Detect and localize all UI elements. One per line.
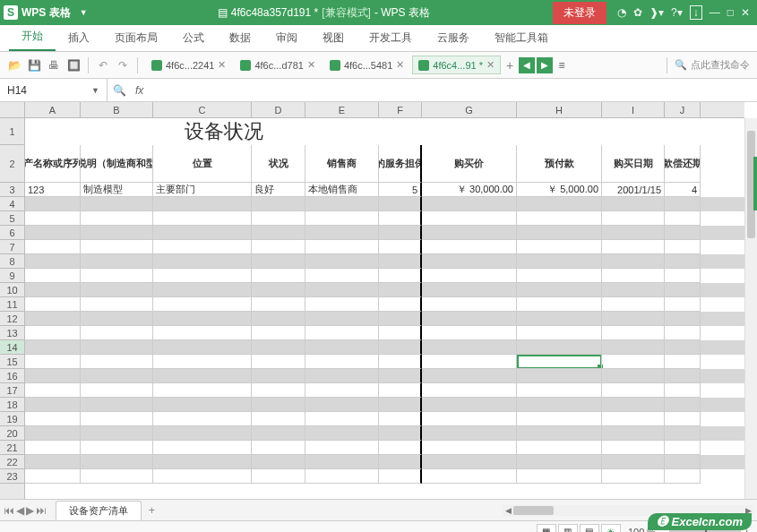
row-2[interactable]: 2 bbox=[0, 145, 24, 183]
cell-B10[interactable] bbox=[81, 283, 153, 297]
cell-B11[interactable] bbox=[81, 297, 153, 312]
cell-I23[interactable] bbox=[602, 469, 665, 484]
cell-C4[interactable] bbox=[153, 197, 252, 211]
cell-H3[interactable]: ￥ 5,000.00 bbox=[517, 183, 602, 197]
last-sheet-icon[interactable]: ⏭ bbox=[36, 504, 47, 517]
cell-H22[interactable] bbox=[517, 455, 602, 469]
cell-I13[interactable] bbox=[602, 326, 665, 340]
cell-I10[interactable] bbox=[602, 283, 665, 297]
cell-F23[interactable] bbox=[379, 469, 422, 484]
name-box[interactable]: H14 ▼ bbox=[0, 79, 108, 101]
cell-A12[interactable] bbox=[25, 312, 81, 326]
tab-review[interactable]: 审阅 bbox=[263, 25, 310, 51]
cell-G12[interactable] bbox=[422, 312, 517, 326]
cell-G13[interactable] bbox=[422, 326, 517, 340]
cell-H11[interactable] bbox=[517, 297, 602, 312]
row-5[interactable]: 5 bbox=[0, 211, 24, 226]
cell-C22[interactable] bbox=[153, 455, 252, 469]
cell-B15[interactable] bbox=[81, 355, 153, 369]
cell-J23[interactable] bbox=[665, 469, 701, 484]
cell-A16[interactable] bbox=[25, 369, 81, 383]
cell-G10[interactable] bbox=[422, 283, 517, 297]
row-16[interactable]: 16 bbox=[0, 369, 24, 383]
tab-list-icon[interactable]: ≡ bbox=[555, 58, 569, 73]
cell-G5[interactable] bbox=[422, 211, 517, 226]
fx-icon[interactable]: fx bbox=[135, 84, 143, 97]
tab-smart-tools[interactable]: 智能工具箱 bbox=[482, 25, 561, 51]
header-prepay[interactable]: 预付款 bbox=[517, 145, 602, 183]
cell-A11[interactable] bbox=[25, 297, 81, 312]
select-all-corner[interactable] bbox=[0, 102, 25, 118]
doc-tab-4[interactable]: 4f6c4...91 *✕ bbox=[412, 56, 501, 74]
close-icon[interactable]: ✕ bbox=[741, 6, 750, 19]
cell-I5[interactable] bbox=[602, 211, 665, 226]
row-11[interactable]: 11 bbox=[0, 297, 24, 312]
cell-B14[interactable] bbox=[81, 340, 153, 355]
cell-F10[interactable] bbox=[379, 283, 422, 297]
col-F[interactable]: F bbox=[379, 102, 422, 117]
cell-G17[interactable] bbox=[422, 383, 517, 398]
cell-F21[interactable] bbox=[379, 441, 422, 455]
cell-J5[interactable] bbox=[665, 211, 701, 226]
cell-B18[interactable] bbox=[81, 398, 153, 412]
header-asset[interactable]: 资产名称或序列号 bbox=[25, 145, 81, 183]
worksheet-tab[interactable]: 设备资产清单 bbox=[56, 501, 142, 520]
help-icon[interactable]: ❱▾ bbox=[649, 6, 664, 19]
cell-A22[interactable] bbox=[25, 455, 81, 469]
scroll-left-icon[interactable]: ◀ bbox=[503, 505, 513, 516]
tab-data[interactable]: 数据 bbox=[217, 25, 263, 51]
cell-H9[interactable] bbox=[517, 269, 602, 283]
cell-H12[interactable] bbox=[517, 312, 602, 326]
row-14[interactable]: 14 bbox=[0, 340, 24, 355]
cell-I7[interactable] bbox=[602, 240, 665, 254]
cell-B19[interactable] bbox=[81, 412, 153, 426]
normal-view-button[interactable]: ▦ bbox=[537, 524, 556, 533]
cell-G14[interactable] bbox=[422, 340, 517, 355]
cell-F7[interactable] bbox=[379, 240, 422, 254]
cell-H20[interactable] bbox=[517, 426, 602, 441]
col-G[interactable]: G bbox=[422, 102, 517, 117]
cell-D21[interactable] bbox=[252, 441, 305, 455]
cell-F4[interactable] bbox=[379, 197, 422, 211]
cell-H17[interactable] bbox=[517, 383, 602, 398]
cell-B21[interactable] bbox=[81, 441, 153, 455]
cell-J14[interactable] bbox=[665, 340, 701, 355]
cell-F20[interactable] bbox=[379, 426, 422, 441]
app-menu[interactable]: S WPS 表格 ▼ bbox=[0, 5, 95, 21]
cell-C19[interactable] bbox=[153, 412, 252, 426]
cell-F13[interactable] bbox=[379, 326, 422, 340]
cell-F19[interactable] bbox=[379, 412, 422, 426]
cell-D11[interactable] bbox=[252, 297, 305, 312]
cell-A6[interactable] bbox=[25, 226, 81, 240]
add-tab-icon[interactable]: + bbox=[503, 58, 517, 73]
cell-C13[interactable] bbox=[153, 326, 252, 340]
cell-J16[interactable] bbox=[665, 369, 701, 383]
row-15[interactable]: 15 bbox=[0, 355, 24, 369]
cell-H7[interactable] bbox=[517, 240, 602, 254]
cell-C23[interactable] bbox=[153, 469, 252, 484]
tab-formula[interactable]: 公式 bbox=[170, 25, 217, 51]
cell-C14[interactable] bbox=[153, 340, 252, 355]
row-3[interactable]: 3 bbox=[0, 183, 24, 197]
cell-B6[interactable] bbox=[81, 226, 153, 240]
cell-J17[interactable] bbox=[665, 383, 701, 398]
side-panel-handle[interactable] bbox=[753, 157, 757, 210]
cell-F5[interactable] bbox=[379, 211, 422, 226]
settings-icon[interactable]: ✿ bbox=[633, 6, 642, 19]
cell-I14[interactable] bbox=[602, 340, 665, 355]
cell-D10[interactable] bbox=[252, 283, 305, 297]
tab-insert[interactable]: 插入 bbox=[56, 25, 102, 51]
cell-I15[interactable] bbox=[602, 355, 665, 369]
cell-H19[interactable] bbox=[517, 412, 602, 426]
minimize-icon[interactable]: — bbox=[710, 6, 720, 19]
cell-B5[interactable] bbox=[81, 211, 153, 226]
cell-B3[interactable]: 制造模型 bbox=[81, 183, 153, 197]
cell-E10[interactable] bbox=[305, 283, 379, 297]
row-4[interactable]: 4 bbox=[0, 197, 24, 211]
cell-I20[interactable] bbox=[602, 426, 665, 441]
cell-E22[interactable] bbox=[305, 455, 379, 469]
cell-I12[interactable] bbox=[602, 312, 665, 326]
prev-sheet-icon[interactable]: ◀ bbox=[16, 504, 24, 517]
cell-D8[interactable] bbox=[252, 254, 305, 269]
redo-icon[interactable]: ↷ bbox=[116, 58, 130, 73]
